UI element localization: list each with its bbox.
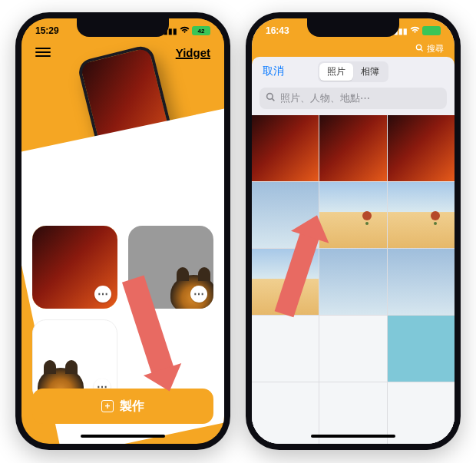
create-button-label: 製作 [120,399,144,415]
search-icon [415,44,424,54]
photo-thumb[interactable] [388,316,455,382]
create-button[interactable]: + 製作 [32,389,213,424]
search-input[interactable]: 照片、人物、地點⋯ [259,88,447,109]
home-indicator [81,435,165,438]
more-icon[interactable]: ⋯ [190,286,207,303]
svg-line-1 [421,49,423,51]
battery-icon: 42 [192,26,210,35]
nav-search[interactable]: 搜尋 [415,43,444,55]
picker-header: 取消 照片 相簿 [252,57,455,86]
svg-point-2 [267,94,273,100]
phone-mockup-left: 15:29 ▮▮▮▮ 42 Yidget [15,12,230,450]
segment-albums[interactable]: 相簿 [353,63,387,81]
cancel-button[interactable]: 取消 [263,64,284,78]
wifi-icon [410,26,420,35]
search-icon [266,92,276,104]
brand-logo: Yidget [176,46,210,59]
photo-thumb[interactable] [388,182,455,248]
more-icon[interactable]: ⋯ [94,286,111,303]
phone-mockup-right: 16:43 ▮▮▮▮ 搜尋 取消 照片 相簿 [246,12,461,450]
plus-box-icon: + [101,400,114,412]
photo-thumb[interactable] [319,316,386,382]
photo-thumb[interactable] [252,382,319,444]
segment-photos[interactable]: 照片 [319,63,353,81]
search-placeholder: 照片、人物、地點⋯ [280,91,370,105]
notch [307,18,399,37]
widget-tile-red[interactable]: ⋯ [32,226,117,309]
svg-point-0 [416,45,421,49]
svg-line-3 [272,98,274,101]
status-time: 15:29 [35,25,59,36]
photo-thumb[interactable] [388,382,455,444]
photo-thumb[interactable] [252,115,319,181]
status-time: 16:43 [266,25,289,36]
photo-thumb[interactable] [319,249,386,315]
photo-picker-panel: 取消 照片 相簿 照片、人物、地點⋯ [252,57,455,444]
notch [77,18,169,37]
photo-thumb[interactable] [388,115,455,181]
hamburger-icon[interactable] [35,48,51,57]
photo-thumb[interactable] [319,115,386,181]
wifi-icon [180,26,190,35]
photo-thumb[interactable] [388,249,455,315]
home-indicator [311,435,395,438]
photo-grid [252,115,455,444]
screen-left: 15:29 ▮▮▮▮ 42 Yidget [21,18,224,444]
screen-right: 16:43 ▮▮▮▮ 搜尋 取消 照片 相簿 [252,18,455,444]
segmented-control[interactable]: 照片 相簿 [318,61,388,82]
photo-thumb[interactable] [252,316,319,382]
battery-icon [422,26,441,35]
widget-grid: ⋯ ⋯ ⋯ [32,226,213,402]
